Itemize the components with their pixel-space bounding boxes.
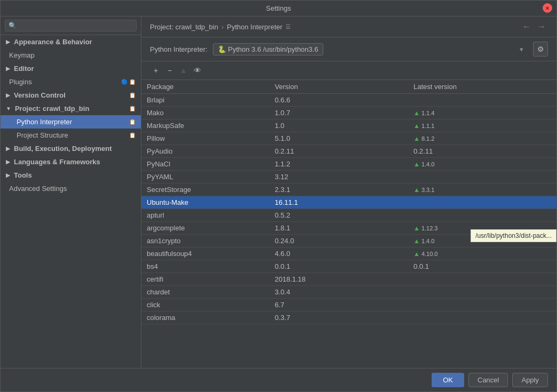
sidebar-item-plugins[interactable]: Plugins🔵 📋 [1, 75, 141, 89]
package-latest [408, 286, 556, 299]
up-arrow-icon: ▲ [413, 237, 420, 245]
main-content: ▶Appearance & BehaviorKeymap▶EditorPlugi… [1, 17, 556, 368]
sidebar-item-label: Appearance & Behavior [14, 38, 92, 46]
breadcrumb: Project: crawl_tdp_bin › Python Interpre… [141, 17, 556, 37]
sidebar-badge: 📋 [129, 132, 136, 138]
sidebar-item-project-structure[interactable]: Project Structure📋 [1, 129, 141, 142]
table-row[interactable]: Pillow5.1.0▲ 8.1.2 [141, 132, 556, 145]
package-latest [408, 311, 556, 324]
right-panel: Project: crawl_tdp_bin › Python Interpre… [141, 17, 556, 368]
package-toolbar: + − ▲ 👁 [141, 61, 556, 80]
sidebar-item-build[interactable]: ▶Build, Execution, Deployment [1, 142, 141, 155]
arrow-icon: ▼ [6, 106, 11, 111]
sidebar-item-project[interactable]: ▼Project: crawl_tdp_bin📋 [1, 102, 141, 115]
up-arrow-icon: ▲ [413, 250, 420, 258]
interpreter-select[interactable]: 🐍 Python 3.6 /usr/bin/python3.6 [213, 43, 323, 55]
arrow-icon: ▶ [6, 146, 10, 151]
sidebar-item-label: Build, Execution, Deployment [14, 145, 112, 153]
package-latest: ▲ 8.1.2 [408, 132, 556, 145]
package-name: click [141, 299, 269, 311]
forward-button[interactable]: → [535, 22, 548, 31]
arrow-icon: ▶ [6, 172, 10, 178]
package-latest: ▲ 1.1.4 [408, 107, 556, 119]
package-version: 0.3.7 [269, 311, 408, 324]
package-name: colorama [141, 311, 269, 324]
package-name: apturl [141, 209, 269, 222]
table-row[interactable]: PyYAML3.12 [141, 171, 556, 183]
up-arrow-icon: ▲ [413, 135, 420, 142]
sidebar-badge: 📋 [129, 106, 136, 111]
cancel-button[interactable]: Cancel [468, 373, 508, 387]
package-version: 3.0.4 [269, 286, 408, 299]
table-row[interactable]: beautifulsoup44.6.0▲ 4.10.0 [141, 247, 556, 260]
show-details-button[interactable]: 👁 [192, 65, 203, 76]
table-row[interactable]: colorama0.3.7 [141, 311, 556, 324]
package-name: MarkupSafe [141, 119, 269, 132]
table-row[interactable]: MarkupSafe1.0▲ 1.1.1 [141, 119, 556, 132]
up-package-button[interactable]: ▲ [178, 65, 189, 76]
table-row[interactable]: certifi2018.1.18 [141, 273, 556, 286]
package-name: PyAudio [141, 145, 269, 158]
dialog-title: Settings [266, 4, 291, 12]
breadcrumb-page: Python Interpreter [227, 23, 282, 31]
package-latest: ▲ 3.3.1 [408, 183, 556, 196]
breadcrumb-nav-buttons: ← → [520, 22, 548, 31]
table-row[interactable]: chardet3.0.4 [141, 286, 556, 299]
sidebar-item-label: Version Control [14, 91, 66, 99]
table-row[interactable]: Brlapi0.6.6 [141, 94, 556, 107]
package-latest: 0.0.1 [408, 260, 556, 273]
package-name: chardet [141, 286, 269, 299]
sidebar-item-version-control[interactable]: ▶Version Control📋 [1, 89, 141, 102]
upgrade-indicator: ▲ 1.1.1 [413, 122, 551, 130]
package-version: 1.8.1 [269, 222, 408, 235]
package-version: 6.7 [269, 299, 408, 311]
apply-button[interactable]: Apply [512, 373, 548, 387]
package-latest [408, 94, 556, 107]
settings-dialog: Settings × ▶Appearance & BehaviorKeymap▶… [0, 0, 557, 392]
table-row[interactable]: Mako1.0.7▲ 1.1.4 [141, 107, 556, 119]
bottom-bar: OK Cancel Apply [1, 368, 556, 391]
search-bar [1, 17, 141, 35]
package-latest: ▲ 1.4.0 [408, 158, 556, 171]
table-row[interactable]: click6.7 [141, 299, 556, 311]
table-row[interactable]: SecretStorage2.3.1▲ 3.3.1 [141, 183, 556, 196]
up-arrow-icon: ▲ [413, 122, 420, 130]
title-bar: Settings × [1, 1, 556, 17]
sidebar-item-editor[interactable]: ▶Editor [1, 62, 141, 75]
interpreter-row: Python Interpreter: 🐍 Python 3.6 /usr/bi… [141, 37, 556, 61]
table-row[interactable]: PyNaCl1.1.2▲ 1.4.0 [141, 158, 556, 171]
sidebar-item-languages[interactable]: ▶Languages & Frameworks [1, 155, 141, 169]
ok-button[interactable]: OK [432, 373, 464, 387]
add-package-button[interactable]: + [150, 65, 162, 76]
sidebar-item-keymap[interactable]: Keymap [1, 49, 141, 62]
table-row[interactable]: bs40.0.10.0.1 [141, 260, 556, 273]
sidebar-badge: 📋 [129, 119, 136, 125]
package-version: 0.24.0 [269, 235, 408, 247]
package-version: 1.0.7 [269, 107, 408, 119]
search-input[interactable] [5, 20, 137, 31]
package-name: certifi [141, 273, 269, 286]
sidebar-item-label: Project: crawl_tdp_bin [15, 105, 89, 113]
sidebar-item-tools[interactable]: ▶Tools [1, 169, 141, 182]
package-version: 5.1.0 [269, 132, 408, 145]
col-header-package: Package [141, 80, 269, 94]
package-table: Package Version Latest version Brlapi0.6… [141, 80, 556, 324]
sidebar-item-appearance[interactable]: ▶Appearance & Behavior [1, 35, 141, 49]
back-button[interactable]: ← [520, 22, 533, 31]
table-row[interactable]: PyAudio0.2.110.2.11 [141, 145, 556, 158]
package-version: 0.0.1 [269, 260, 408, 273]
close-button[interactable]: × [543, 3, 552, 13]
interpreter-settings-button[interactable]: ⚙ [533, 42, 548, 57]
sidebar-item-advanced[interactable]: Advanced Settings [1, 182, 141, 195]
table-row[interactable]: apturl0.5.2 [141, 209, 556, 222]
sidebar-item-python-interpreter[interactable]: Python Interpreter📋 [1, 115, 141, 129]
package-table-container: Package Version Latest version Brlapi0.6… [141, 80, 556, 368]
arrow-icon: ▶ [6, 92, 10, 98]
table-row[interactable]: Ubuntu-Make16.11.1 [141, 196, 556, 209]
breadcrumb-icon: ☰ [285, 23, 291, 30]
package-latest [408, 171, 556, 183]
up-arrow-icon: ▲ [413, 161, 420, 168]
remove-package-button[interactable]: − [164, 65, 176, 76]
package-version: 4.6.0 [269, 247, 408, 260]
sidebar-item-label: Editor [14, 65, 34, 73]
